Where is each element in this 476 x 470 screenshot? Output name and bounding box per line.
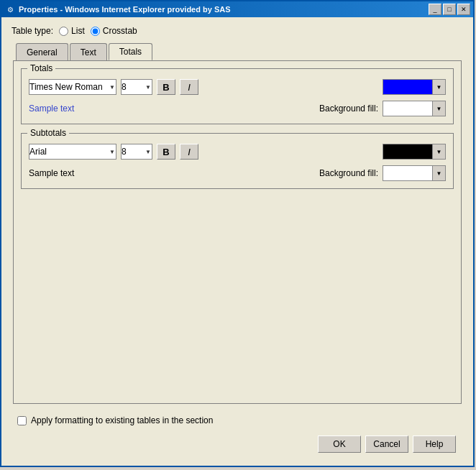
button-row: OK Cancel Help	[13, 433, 462, 456]
subtotals-bold-button[interactable]: B	[157, 144, 175, 160]
subtotals-group: Subtotals Times New Roman Arial Courier …	[21, 133, 454, 189]
tab-content: Totals Times New Roman Arial Courier New…	[13, 60, 462, 404]
apply-formatting-checkbox[interactable]	[17, 416, 27, 425]
totals-color-dropdown-button[interactable]: ▼	[433, 79, 446, 95]
totals-color-preview	[383, 79, 433, 95]
window-icon: ⚙	[4, 4, 16, 15]
tabs-bar: General Text Totals	[13, 43, 462, 60]
totals-bg-dropdown-button[interactable]: ▼	[433, 101, 446, 116]
subtotals-bg-color-preview	[383, 165, 433, 181]
subtotals-sample-row: Sample text Background fill: ▼	[29, 165, 446, 181]
totals-font-name-select[interactable]: Times New Roman Arial Courier New Helvet…	[29, 79, 116, 95]
close-button[interactable]: ✕	[457, 4, 470, 15]
window-body: Table type: List Crosstab General Text	[1, 17, 473, 466]
subtotals-legend: Subtotals	[27, 128, 69, 138]
subtotals-font-name-select[interactable]: Times New Roman Arial Courier New Helvet…	[29, 144, 116, 160]
radio-crosstab[interactable]: Crosstab	[91, 26, 137, 36]
totals-bg-color-wrapper: ▼	[383, 101, 446, 116]
totals-sample-text: Sample text	[29, 103, 74, 114]
footer: Apply formatting to existing tables in t…	[7, 408, 467, 460]
subtotals-font-size-select[interactable]: 6789 101112	[121, 144, 152, 160]
subtotals-bg-fill-row: Background fill: ▼	[319, 165, 446, 181]
radio-crosstab-label: Crosstab	[103, 26, 137, 36]
totals-bg-fill-label: Background fill:	[319, 103, 378, 114]
checkbox-row: Apply formatting to existing tables in t…	[13, 413, 462, 428]
totals-font-name-wrapper: Times New Roman Arial Courier New Helvet…	[29, 79, 116, 95]
subtotals-bg-fill-label: Background fill:	[319, 168, 378, 178]
totals-bg-fill-row: Background fill: ▼	[319, 101, 446, 116]
minimize-button[interactable]: _	[429, 4, 441, 15]
help-button[interactable]: Help	[413, 436, 456, 453]
subtotals-bg-dropdown-button[interactable]: ▼	[433, 165, 446, 181]
totals-group: Totals Times New Roman Arial Courier New…	[21, 68, 454, 124]
ok-button[interactable]: OK	[318, 436, 361, 453]
apply-formatting-label: Apply formatting to existing tables in t…	[31, 415, 213, 425]
subtotals-sample-text: Sample text	[29, 168, 74, 178]
subtotals-font-size-wrapper: 6789 101112	[121, 144, 152, 160]
cancel-button[interactable]: Cancel	[365, 436, 408, 453]
totals-font-size-select[interactable]: 6789 101112	[121, 79, 152, 95]
radio-crosstab-input[interactable]	[91, 27, 100, 36]
totals-italic-button[interactable]: I	[180, 79, 198, 95]
main-content: General Text Totals Totals	[7, 43, 467, 404]
main-window: ⚙ Properties - Windows Internet Explorer…	[0, 0, 475, 467]
radio-list[interactable]: List	[59, 26, 85, 36]
tab-general[interactable]: General	[16, 43, 68, 60]
totals-sample-row: Sample text Background fill: ▼	[29, 101, 446, 116]
subtotals-bg-color-wrapper: ▼	[383, 165, 446, 181]
totals-font-size-wrapper: 6789 101112	[121, 79, 152, 95]
tab-text[interactable]: Text	[70, 43, 107, 60]
window-title: Properties - Windows Internet Explorer p…	[19, 5, 429, 14]
table-type-row: Table type: List Crosstab	[7, 23, 467, 39]
totals-legend: Totals	[27, 63, 55, 73]
totals-font-row: Times New Roman Arial Courier New Helvet…	[29, 79, 446, 95]
title-bar-buttons: _ □ ✕	[429, 4, 470, 15]
subtotals-color-preview	[383, 144, 433, 160]
subtotals-color-wrapper: ▼	[383, 144, 446, 160]
totals-bold-button[interactable]: B	[157, 79, 175, 95]
maximize-button[interactable]: □	[443, 4, 456, 15]
radio-list-label: List	[71, 26, 85, 36]
title-bar: ⚙ Properties - Windows Internet Explorer…	[1, 1, 473, 17]
subtotals-color-dropdown-button[interactable]: ▼	[433, 144, 446, 160]
subtotals-font-name-wrapper: Times New Roman Arial Courier New Helvet…	[29, 144, 116, 160]
radio-list-input[interactable]	[59, 27, 68, 36]
tab-totals[interactable]: Totals	[109, 43, 152, 60]
table-type-label: Table type:	[12, 26, 53, 36]
totals-color-wrapper: ▼	[383, 79, 446, 95]
subtotals-italic-button[interactable]: I	[180, 144, 198, 160]
totals-bg-color-preview	[383, 101, 433, 116]
subtotals-font-row: Times New Roman Arial Courier New Helvet…	[29, 144, 446, 160]
